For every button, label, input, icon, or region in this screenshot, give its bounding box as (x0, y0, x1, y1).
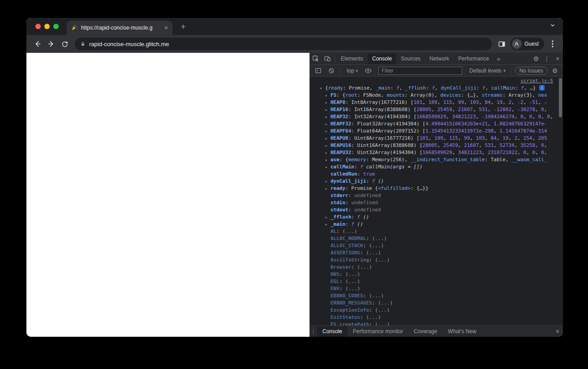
console-row: ▸_main: f () (310, 221, 563, 228)
drawer-close-icon[interactable]: × (552, 326, 563, 337)
expand-arrow-icon[interactable]: ▾ (320, 85, 325, 92)
devtools-tab-network[interactable]: Network (425, 53, 454, 64)
execution-context-selector[interactable]: top ▾ (344, 68, 361, 74)
drawer-tab-performance-monitor[interactable]: Performance monitor (348, 326, 408, 337)
devtools-panel: ElementsConsoleSourcesNetworkPerformance… (309, 53, 563, 337)
expand-arrow-icon[interactable]: ▸ (325, 163, 330, 171)
browser-tab[interactable]: https://rapid-concise-muscle.g × (67, 21, 172, 35)
devtools-settings-gear-icon[interactable]: ⚙ (531, 53, 541, 64)
info-icon: i (539, 85, 545, 90)
issues-counter[interactable]: No Issues (515, 67, 548, 75)
devtools-tabbar-right: ⚙ ⋮ × (531, 53, 563, 64)
browser-toolbar: rapid-concise-muscle.glitch.me Guest (26, 35, 563, 53)
devtools-close-icon[interactable]: × (552, 53, 563, 64)
console-row: stderr: undefined (310, 192, 563, 199)
expand-arrow-icon[interactable]: ▸ (325, 214, 330, 221)
console-sidebar-icon[interactable] (313, 65, 324, 77)
lock-icon[interactable] (80, 41, 86, 47)
traffic-lights (35, 24, 59, 29)
console-row: ▸HEAP8: Int8Array(16777216) [101, 109, 1… (310, 99, 563, 106)
devtools-drawer: ⋮ ConsolePerformance monitorCoverageWhat… (310, 326, 563, 337)
log-levels-dropdown[interactable]: Default levels ▾ (467, 68, 508, 74)
tab-close-icon[interactable]: × (164, 25, 168, 31)
profile-name: Guest (524, 41, 539, 47)
devtools-tab-performance[interactable]: Performance (454, 53, 494, 64)
drawer-tab-console[interactable]: Console (317, 326, 348, 337)
console-settings-gear-icon[interactable]: ⚙ (549, 65, 560, 76)
console-row: ▸HEAP16: Int16Array(8388608) [28005, 254… (310, 106, 563, 113)
devtools-tab-sources[interactable]: Sources (396, 53, 425, 64)
expand-arrow-icon[interactable]: ▸ (325, 92, 330, 99)
window-content: ElementsConsoleSourcesNetworkPerformance… (26, 53, 563, 337)
tab-strip: https://rapid-concise-muscle.g × + (26, 18, 563, 35)
console-row: ▸dynCall_jiji: f () (310, 178, 563, 185)
page-viewport[interactable] (26, 53, 309, 337)
expand-arrow-icon[interactable]: ▸ (325, 149, 330, 156)
drawer-tab-what-s-new[interactable]: What's New (442, 326, 482, 337)
console-row: stdout: undefined (310, 206, 563, 214)
devtools-menu-icon[interactable]: ⋮ (541, 53, 552, 64)
expand-arrow-icon[interactable]: ▸ (325, 120, 330, 128)
expand-arrow-icon[interactable]: ▸ (325, 135, 330, 142)
side-panel-icon[interactable] (495, 37, 509, 51)
source-link[interactable]: script.js:5 (520, 78, 553, 84)
tab-search-chevron-icon[interactable] (549, 22, 556, 28)
console-row: ExceptionInfo: (...) (310, 307, 563, 314)
new-tab-button[interactable]: + (178, 21, 189, 32)
drawer-tab-coverage[interactable]: Coverage (408, 326, 442, 337)
chevron-down-icon: ▾ (356, 69, 358, 73)
console-row: ALLOC_NORMAL: (...) (310, 235, 563, 242)
console-scrollbar[interactable] (559, 78, 562, 117)
expand-arrow-icon[interactable]: ▸ (325, 128, 330, 135)
console-lines: script.js:5▾{ready: Promise, _main: f, _… (310, 77, 563, 326)
devtools-tab-console[interactable]: Console (368, 53, 396, 64)
close-window-button[interactable] (35, 24, 41, 29)
expand-arrow-icon[interactable]: ▸ (325, 99, 330, 106)
guest-avatar (512, 39, 522, 49)
console-row: ▸callMain: f callMain(args = []) (310, 163, 563, 171)
url-text: rapid-concise-muscle.glitch.me (89, 41, 169, 47)
console-row: ▸HEAPF64: Float64Array(2097152) [1.15454… (310, 128, 563, 135)
expand-arrow-icon[interactable]: ▸ (325, 221, 330, 228)
console-row: Browser: (...) (310, 264, 563, 271)
console-row: ▸HEAPF32: Float32Array(4194304) [4.49044… (310, 120, 563, 128)
console-filter-input[interactable] (378, 67, 462, 75)
expand-arrow-icon[interactable]: ▸ (325, 178, 330, 185)
console-row: ASSERTIONS: (...) (310, 249, 563, 257)
address-bar[interactable]: rapid-concise-muscle.glitch.me (75, 38, 492, 50)
console-row: ▾{ready: Promise, _main: f, _fflush: f, … (310, 85, 563, 92)
console-row: ▸HEAP32: Int32Array(4194304) [1668509029… (310, 113, 563, 120)
profile-chip[interactable]: Guest (511, 38, 544, 50)
live-expression-eye-icon[interactable] (362, 65, 374, 77)
console-row: ▸FS: {root: FSNode, mounts: Array(0), de… (310, 92, 563, 99)
console-row: ALLOC_STACK: (...) (310, 242, 563, 249)
forward-button[interactable] (44, 37, 58, 51)
browser-menu-icon[interactable] (547, 38, 558, 50)
maximize-window-button[interactable] (53, 24, 59, 29)
console-row: EGL: (...) (310, 278, 563, 285)
console-row: DNS: (...) (310, 271, 563, 278)
reload-button[interactable] (58, 37, 71, 51)
devtools-tab-elements[interactable]: Elements (336, 53, 368, 64)
console-row: ERRNO_CODES: (...) (310, 292, 563, 300)
console-row: ExitStatus: (...) (310, 314, 563, 321)
expand-arrow-icon[interactable]: ▸ (325, 113, 330, 120)
expand-arrow-icon[interactable]: ▸ (325, 185, 330, 192)
expand-arrow-icon[interactable]: ▸ (325, 156, 330, 163)
console-row: AL: (...) (310, 228, 563, 235)
toggle-device-toolbar-icon[interactable] (322, 53, 333, 64)
minimize-window-button[interactable] (44, 24, 50, 29)
console-toolbar: top ▾ Default levels ▾ No Issues ⚙ (310, 65, 563, 77)
inspect-element-icon[interactable] (310, 53, 322, 64)
drawer-menu-icon[interactable]: ⋮ (310, 328, 317, 335)
more-tabs-icon[interactable]: » (494, 56, 504, 62)
back-button[interactable] (31, 37, 44, 51)
expand-arrow-icon[interactable]: ▸ (325, 106, 330, 113)
console-row: script.js:5 (310, 77, 563, 85)
console-row: ▸ready: Promise {<fulfilled>: {…}} (310, 185, 563, 192)
clear-console-icon[interactable] (326, 65, 338, 77)
browser-window: https://rapid-concise-muscle.g × + rapid… (26, 18, 563, 337)
console-row: calledRun: true (310, 171, 563, 178)
drawer-tabs: ConsolePerformance monitorCoverageWhat's… (317, 326, 482, 337)
expand-arrow-icon[interactable]: ▸ (325, 142, 330, 149)
